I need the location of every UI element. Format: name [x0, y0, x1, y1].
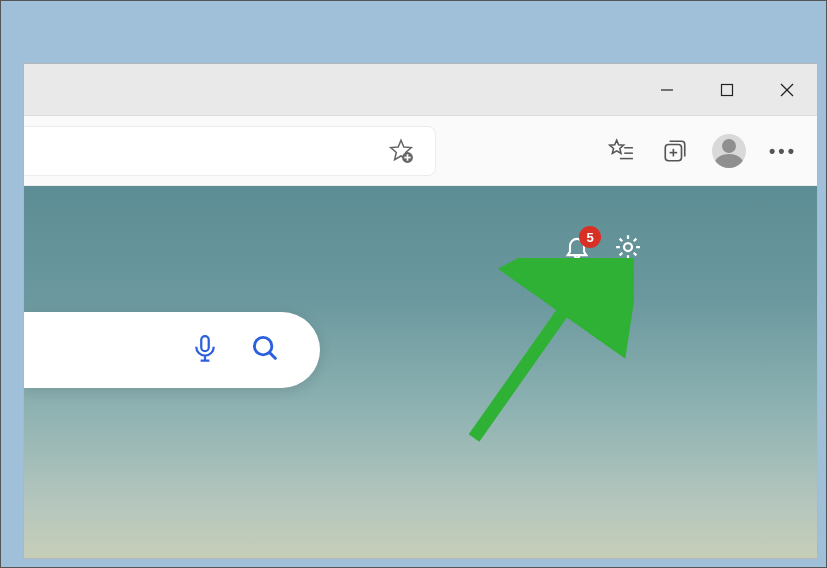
- profile-button[interactable]: [707, 129, 751, 173]
- search-bar[interactable]: [24, 312, 320, 388]
- more-button[interactable]: •••: [761, 129, 805, 173]
- maximize-button[interactable]: [697, 64, 757, 116]
- address-bar[interactable]: [24, 126, 436, 176]
- svg-point-13: [624, 243, 632, 251]
- maximize-icon: [720, 83, 734, 97]
- star-lines-icon: [608, 138, 634, 164]
- collections-button[interactable]: [653, 129, 697, 173]
- microphone-icon: [190, 333, 220, 363]
- favorites-button[interactable]: [599, 129, 643, 173]
- ntp-quick-actions: 5: [563, 232, 643, 266]
- collections-icon: [662, 138, 688, 164]
- browser-window: ••• 5: [23, 63, 818, 559]
- search-icon: [250, 333, 280, 363]
- star-plus-icon: [388, 138, 414, 164]
- svg-line-17: [474, 282, 584, 438]
- page-settings-button[interactable]: [613, 232, 643, 266]
- add-favorite-button[interactable]: [379, 129, 423, 173]
- search-button[interactable]: [250, 333, 280, 367]
- svg-rect-1: [722, 84, 733, 95]
- notifications-badge: 5: [579, 226, 601, 248]
- page-content[interactable]: 5: [24, 186, 817, 558]
- voice-search-button[interactable]: [190, 333, 220, 367]
- gear-icon: [613, 232, 643, 262]
- minimize-button[interactable]: [637, 64, 697, 116]
- more-icon: •••: [769, 141, 797, 162]
- toolbar-actions: •••: [599, 116, 805, 186]
- svg-point-15: [254, 337, 272, 355]
- svg-rect-14: [201, 336, 209, 351]
- window-titlebar: [24, 64, 817, 116]
- minimize-icon: [660, 83, 674, 97]
- annotation-arrow: [454, 258, 634, 458]
- close-icon: [780, 83, 794, 97]
- notifications-button[interactable]: 5: [563, 233, 591, 265]
- svg-line-16: [269, 352, 276, 359]
- close-button[interactable]: [757, 64, 817, 116]
- avatar-icon: [712, 134, 746, 168]
- browser-toolbar: •••: [24, 116, 817, 186]
